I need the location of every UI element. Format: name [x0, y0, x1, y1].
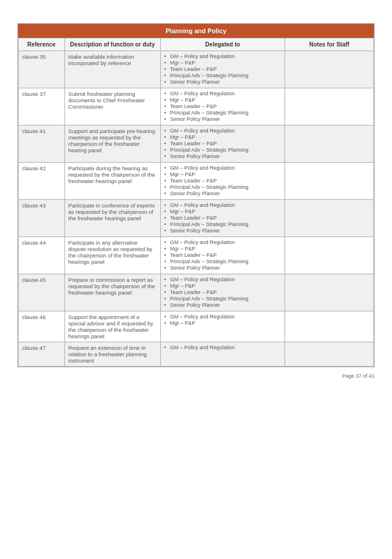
cell-notes — [285, 163, 373, 200]
cell-reference: clause 41 — [19, 126, 65, 163]
delegated-item: Senior Policy Planner — [164, 265, 281, 271]
delegated-item: Team Leader – P&P — [164, 289, 281, 295]
delegated-item: GM – Policy and Regulation — [164, 345, 281, 350]
delegated-item: Team Leader – P&P — [164, 252, 281, 258]
cell-reference: clause 37 — [19, 88, 65, 126]
cell-notes — [285, 342, 373, 367]
delegated-item: GM – Policy and Regulation — [164, 53, 281, 59]
delegated-item: GM – Policy and Regulation — [164, 314, 281, 320]
cell-description: Submit freshwater planning documents to … — [64, 88, 160, 126]
page-number: Page 37 of 41 — [342, 373, 375, 379]
cell-description: Request an extension of time in relation… — [64, 342, 160, 367]
cell-notes — [285, 274, 373, 311]
table-title: Planning and Policy — [18, 24, 374, 38]
cell-notes — [285, 200, 373, 237]
cell-reference: clause 44 — [19, 237, 65, 274]
delegated-item: Principal Adv – Strategic Planning — [164, 259, 281, 264]
delegated-item: Senior Policy Planner — [164, 191, 281, 196]
delegated-item: Senior Policy Planner — [164, 153, 281, 159]
cell-delegated: GM – Policy and RegulationMgr – P&PTeam … — [160, 88, 285, 126]
delegated-item: Mgr – P&P — [164, 97, 281, 103]
delegated-item: Mgr – P&P — [164, 320, 281, 326]
delegated-item: Principal Adv – Strategic Planning — [164, 296, 281, 302]
cell-reference: clause 45 — [19, 274, 65, 311]
delegated-item: Mgr – P&P — [164, 134, 281, 140]
cell-delegated: GM – Policy and RegulationMgr – P&PTeam … — [160, 51, 285, 88]
delegated-item: Senior Policy Planner — [164, 228, 281, 234]
delegated-item: Principal Adv – Strategic Planning — [164, 184, 281, 190]
delegated-item: Team Leader – P&P — [164, 103, 281, 109]
cell-reference: clause 46 — [19, 311, 65, 342]
cell-notes — [285, 88, 373, 126]
col-header-delegated: Delegated to — [160, 38, 285, 51]
table-row: clause 37Submit freshwater planning docu… — [19, 88, 374, 126]
delegated-item: Senior Policy Planner — [164, 116, 281, 122]
main-table: Reference Description of function or dut… — [18, 38, 374, 367]
delegated-item: GM – Policy and Regulation — [164, 202, 281, 208]
cell-delegated: GM – Policy and RegulationMgr – P&PTeam … — [160, 200, 285, 237]
delegated-item: Mgr – P&P — [164, 283, 281, 289]
delegated-item: Team Leader – P&P — [164, 66, 281, 72]
cell-reference: clause 35 — [19, 51, 65, 88]
cell-delegated: GM – Policy and RegulationMgr – P&PTeam … — [160, 274, 285, 311]
delegated-item: Senior Policy Planner — [164, 79, 281, 85]
col-header-notes: Notes for Staff — [285, 38, 373, 51]
cell-notes — [285, 237, 373, 274]
col-header-description: Description of function or duty — [64, 38, 160, 51]
table-row: clause 42Participate during the hearing … — [19, 163, 374, 200]
cell-description: Participate in conference of experts as … — [64, 200, 160, 237]
page-footer: Page 37 of 41 — [17, 373, 375, 379]
table-row: clause 45Prepare or commission a report … — [19, 274, 374, 311]
cell-notes — [285, 126, 373, 163]
delegated-item: Principal Adv – Strategic Planning — [164, 147, 281, 153]
table-row: clause 41Support and participate pre-hea… — [19, 126, 374, 163]
cell-delegated: GM – Policy and RegulationMgr – P&PTeam … — [160, 237, 285, 274]
page-container: Planning and Policy Reference Descriptio… — [17, 23, 375, 379]
cell-notes — [285, 311, 373, 342]
table-row: clause 44Participate in any alternative … — [19, 237, 374, 274]
cell-reference: clause 47 — [19, 342, 65, 367]
delegated-item: Team Leader – P&P — [164, 141, 281, 146]
cell-delegated: GM – Policy and Regulation — [160, 342, 285, 367]
cell-delegated: GM – Policy and RegulationMgr – P&PTeam … — [160, 126, 285, 163]
cell-notes — [285, 51, 373, 88]
delegated-item: Principal Adv – Strategic Planning — [164, 73, 281, 78]
delegated-item: Senior Policy Planner — [164, 302, 281, 308]
delegated-item: Mgr – P&P — [164, 246, 281, 252]
delegated-item: GM – Policy and Regulation — [164, 277, 281, 282]
table-row: clause 43Participate in conference of ex… — [19, 200, 374, 237]
table-row: clause 35Make available information inco… — [19, 51, 374, 88]
delegated-item: Mgr – P&P — [164, 60, 281, 66]
cell-reference: clause 43 — [19, 200, 65, 237]
delegated-item: Mgr – P&P — [164, 171, 281, 177]
cell-description: Participate during the hearing as reques… — [64, 163, 160, 200]
header-row: Reference Description of function or dut… — [19, 38, 374, 51]
delegated-item: Mgr – P&P — [164, 209, 281, 214]
cell-reference: clause 42 — [19, 163, 65, 200]
table-row: clause 47Request an extension of time in… — [19, 342, 374, 367]
cell-description: Make available information incorporated … — [64, 51, 160, 88]
delegated-item: GM – Policy and Regulation — [164, 165, 281, 171]
delegated-item: Team Leader – P&P — [164, 215, 281, 221]
col-header-reference: Reference — [19, 38, 65, 51]
table-body: clause 35Make available information inco… — [19, 51, 374, 367]
cell-description: Support and participate pre-hearing meet… — [64, 126, 160, 163]
delegated-item: GM – Policy and Regulation — [164, 91, 281, 96]
delegated-item: Principal Adv – Strategic Planning — [164, 221, 281, 227]
cell-description: Prepare or commission a report as reques… — [64, 274, 160, 311]
table-row: clause 46Support the appointment of a sp… — [19, 311, 374, 342]
delegated-item: GM – Policy and Regulation — [164, 128, 281, 134]
cell-description: Support the appointment of a special adv… — [64, 311, 160, 342]
delegated-item: Team Leader – P&P — [164, 178, 281, 184]
cell-delegated: GM – Policy and RegulationMgr – P&PTeam … — [160, 163, 285, 200]
table-wrapper: Planning and Policy Reference Descriptio… — [17, 23, 375, 367]
cell-delegated: GM – Policy and RegulationMgr – P&P — [160, 311, 285, 342]
cell-description: Participate in any alternative dispute r… — [64, 237, 160, 274]
delegated-item: GM – Policy and Regulation — [164, 239, 281, 245]
delegated-item: Principal Adv – Strategic Planning — [164, 110, 281, 116]
